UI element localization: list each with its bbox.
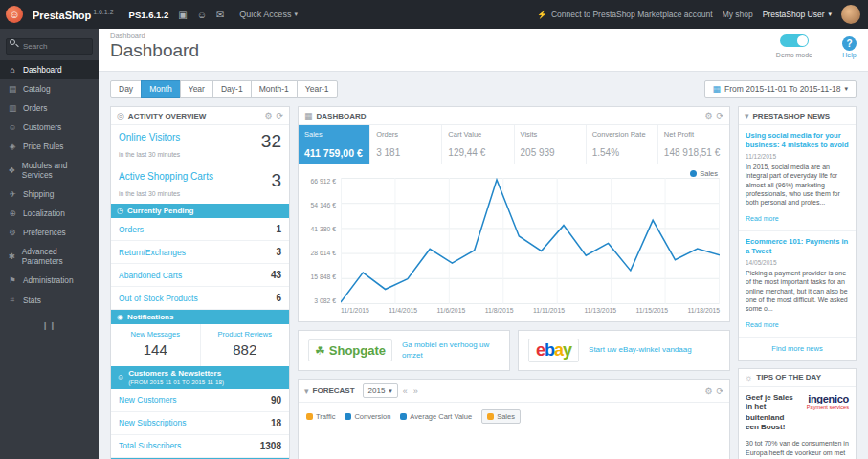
online-visitors-metric: Online Visitors 32 xyxy=(111,125,289,150)
prev-page-icon[interactable]: « xyxy=(402,386,409,396)
sidebar-item-dashboard[interactable]: ⌂Dashboard xyxy=(0,60,99,79)
collapse-caret-icon[interactable]: ▾ xyxy=(745,111,749,120)
new-messages-link[interactable]: New Messages xyxy=(113,330,198,339)
active-carts-sub: in the last 30 minutes xyxy=(111,189,289,204)
sidebar-item-preferences[interactable]: ⚙Preferences xyxy=(0,223,99,242)
brand-link[interactable]: PrestaShop1.6.1.2 xyxy=(33,9,114,21)
quick-access-menu[interactable]: Quick Access ▾ xyxy=(239,10,298,19)
sidebar-item-advanced-parameters[interactable]: ✱Advanced Parameters xyxy=(0,242,99,271)
find-more-news-link[interactable]: Find more news xyxy=(739,338,856,360)
forecast-legend-average-cart-value[interactable]: Average Cart Value xyxy=(400,412,472,421)
forecast-legend-traffic[interactable]: Traffic xyxy=(306,412,335,421)
range-button-day-1[interactable]: Day-1 xyxy=(212,80,252,98)
kpi-visits[interactable]: Visits205 939 xyxy=(515,125,587,164)
sidebar-item-administration[interactable]: ⚑Administration xyxy=(0,271,99,290)
grid-icon: ▦ xyxy=(304,111,313,120)
sidebar-item-modules[interactable]: ❖Modules and Services xyxy=(0,156,99,185)
news-article-title[interactable]: Using social media for your business: 4 … xyxy=(746,131,849,150)
cart-icon[interactable]: ▣ xyxy=(178,10,187,20)
refresh-icon[interactable]: ⟳ xyxy=(716,386,723,396)
range-button-year[interactable]: Year xyxy=(180,80,213,98)
sidebar-item-stats[interactable]: ⌗Stats xyxy=(0,290,99,310)
pending-returns-link[interactable]: Return/Exchanges xyxy=(119,248,186,257)
sidebar-item-label: Price Rules xyxy=(23,142,63,151)
x-tick: 11/11/2015 xyxy=(533,307,565,314)
plug-icon: ⚡ xyxy=(537,10,547,19)
refresh-icon[interactable]: ⟳ xyxy=(716,111,723,120)
breadcrumb[interactable]: Dashboard xyxy=(110,32,857,40)
sidebar-item-catalog[interactable]: ▤Catalog xyxy=(0,79,99,98)
forecast-legend-conversion[interactable]: Conversion xyxy=(345,412,390,421)
abandoned-carts-link[interactable]: Abandoned Carts xyxy=(119,271,182,280)
notifications-section-header: ◉ Notifications xyxy=(111,310,289,324)
refresh-icon[interactable]: ⟳ xyxy=(276,111,283,120)
customers-section-subtitle: (FROM 2015-11-01 TO 2015-11-18) xyxy=(128,379,224,386)
modules-icon: ❖ xyxy=(8,165,16,175)
tip-header: Geef je Sales in het buitenland een Boos… xyxy=(739,387,856,435)
sidebar-collapse-button[interactable]: ❙❙ xyxy=(0,310,99,341)
range-button-group: Day Month Year Day-1 Month-1 Year-1 xyxy=(110,80,338,98)
range-button-month[interactable]: Month xyxy=(141,80,181,98)
new-subscriptions-link[interactable]: New Subscriptions xyxy=(119,418,186,427)
ebay-letter: a xyxy=(554,340,563,360)
range-button-month-1[interactable]: Month-1 xyxy=(251,80,298,98)
preferences-icon: ⚙ xyxy=(8,228,17,237)
kpi-cart-value[interactable]: Cart Value129,44 € xyxy=(442,125,514,164)
demo-mode-toggle[interactable] xyxy=(780,34,809,47)
prestashop-logo-icon[interactable]: ☺ xyxy=(6,6,23,23)
read-more-link[interactable]: Read more xyxy=(746,215,779,222)
read-more-link[interactable]: Read more xyxy=(746,321,779,328)
kpi-label: Cart Value xyxy=(448,130,507,139)
sidebar-item-shipping[interactable]: ✈Shipping xyxy=(0,185,99,204)
help-button[interactable]: ? Help xyxy=(842,33,857,58)
kpi-value: 411 759,00 € xyxy=(304,147,364,159)
sidebar-item-label: Localization xyxy=(23,208,65,218)
new-customers-link[interactable]: New Customers xyxy=(119,395,176,404)
messages-icon[interactable]: ✉ xyxy=(216,10,224,20)
gear-icon[interactable]: ⚙ xyxy=(704,111,712,120)
range-button-year-1[interactable]: Year-1 xyxy=(297,80,338,98)
forecast-legend-sales[interactable]: Sales xyxy=(481,409,521,424)
active-carts-link[interactable]: Active Shopping Carts xyxy=(119,171,213,189)
online-visitors-value: 32 xyxy=(261,132,281,150)
chevron-down-icon: ▾ xyxy=(844,85,848,93)
chart-legend[interactable]: Sales xyxy=(690,169,718,178)
kpi-orders[interactable]: Orders3 181 xyxy=(370,125,442,164)
user-menu[interactable]: PrestaShop User ▾ xyxy=(763,10,832,19)
total-subscribers-link[interactable]: Total Subscribers xyxy=(119,441,181,450)
shopgate-logo: ☘ Shopgate xyxy=(308,339,392,361)
gear-icon[interactable]: ⚙ xyxy=(264,111,272,120)
ebay-logo: ebay xyxy=(528,339,579,362)
news-article-title[interactable]: Ecommerce 101: Payments in a Tweet xyxy=(746,237,849,256)
out-of-stock-link[interactable]: Out of Stock Products xyxy=(119,294,198,303)
gear-icon[interactable]: ⚙ xyxy=(704,386,712,396)
range-button-day[interactable]: Day xyxy=(110,80,142,98)
marketplace-link[interactable]: ⚡ Connect to PrestaShop Marketplace acco… xyxy=(537,10,712,19)
next-page-icon[interactable]: » xyxy=(412,386,419,396)
kpi-net-profit[interactable]: Net Profit148 918,51 € xyxy=(658,125,729,164)
legend-dot-icon xyxy=(345,413,351,420)
customers-icon: ☺ xyxy=(8,122,17,132)
product-reviews-link[interactable]: Product Reviews xyxy=(203,330,288,339)
shop-name-link[interactable]: PS1.6.1.2 xyxy=(129,10,169,20)
customers-icon[interactable]: ☺ xyxy=(197,10,207,20)
avatar[interactable] xyxy=(841,5,860,24)
sidebar-item-orders[interactable]: ▥Orders xyxy=(0,98,99,118)
year-select[interactable]: 2015 ▾ xyxy=(363,383,398,398)
date-range-picker[interactable]: ▦ From 2015-11-01 To 2015-11-18 ▾ xyxy=(704,80,857,98)
sidebar-item-localization[interactable]: ⊕Localization xyxy=(0,204,99,223)
kpi-sales[interactable]: Sales411 759,00 € xyxy=(299,125,370,164)
tip-headline: Geef je Sales in het buitenland een Boos… xyxy=(746,393,799,433)
shopgate-link[interactable]: Ga mobiel en verhoog uw omzet xyxy=(402,340,500,361)
date-toolbar: Day Month Year Day-1 Month-1 Year-1 ▦ Fr… xyxy=(99,72,868,106)
online-visitors-link[interactable]: Online Visitors xyxy=(119,132,180,150)
sidebar-item-customers[interactable]: ☺Customers xyxy=(0,118,99,137)
ebay-link[interactable]: Start uw eBay-winkel vandaag xyxy=(589,345,692,355)
legend-label: Average Cart Value xyxy=(410,412,472,421)
page-header: Dashboard Dashboard Demo mode ? Help xyxy=(99,29,868,72)
sidebar-item-price-rules[interactable]: ◈Price Rules xyxy=(0,137,99,156)
pending-orders-link[interactable]: Orders xyxy=(119,225,144,234)
collapse-caret-icon[interactable]: ▾ xyxy=(304,386,309,396)
my-shop-link[interactable]: My shop xyxy=(723,10,753,19)
kpi-conversion-rate[interactable]: Conversion Rate1.54% xyxy=(587,125,658,164)
